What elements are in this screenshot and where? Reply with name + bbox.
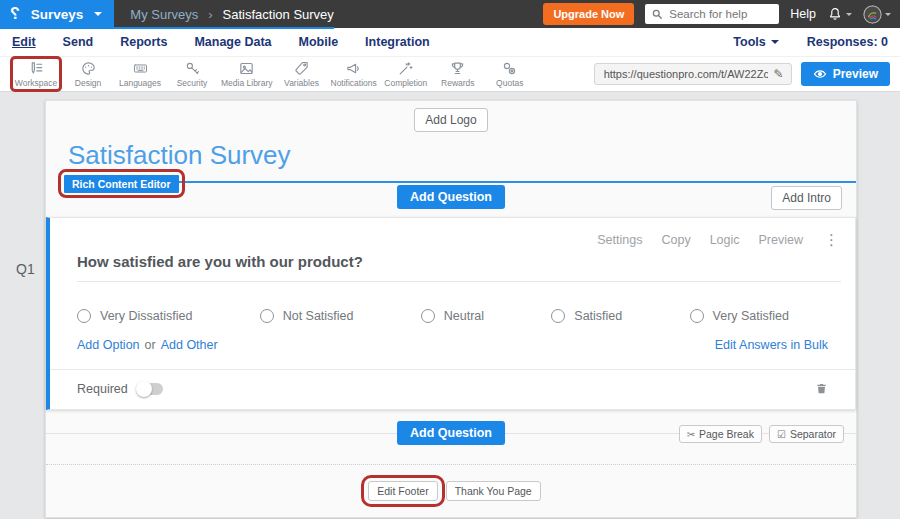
- toolbar-item-media-library[interactable]: Media Library: [218, 60, 276, 88]
- question-logic-link[interactable]: Logic: [710, 233, 740, 247]
- radio-button-icon[interactable]: [77, 309, 91, 323]
- chain-links-icon: [501, 60, 518, 77]
- required-toggle[interactable]: [137, 383, 163, 395]
- toolbar-label: Security: [177, 78, 208, 88]
- help-search-box[interactable]: [645, 4, 779, 24]
- avatar: [863, 5, 882, 24]
- breadcrumb-current-survey: Satisfaction Survey: [223, 7, 334, 22]
- question-menu: Settings Copy Logic Preview ⋮: [50, 218, 855, 249]
- separator-button[interactable]: ☑ Separator: [769, 425, 844, 443]
- question-preview-link[interactable]: Preview: [759, 233, 803, 247]
- toolbar-item-quotas[interactable]: Quotas: [484, 60, 536, 88]
- chevron-down-icon: [94, 12, 102, 16]
- rich-content-editor-badge[interactable]: Rich Content Editor: [64, 175, 179, 193]
- option-label[interactable]: Very Dissatisfied: [100, 309, 192, 323]
- keyboard-icon: [132, 60, 149, 77]
- question-footer: Required: [50, 369, 855, 409]
- survey-title[interactable]: Satisfaction Survey: [68, 140, 856, 183]
- product-switcher[interactable]: ? Surveys: [0, 0, 114, 28]
- question-text[interactable]: How satisfied are you with our product?: [77, 253, 841, 282]
- answer-option: Very Dissatisfied: [77, 309, 192, 323]
- search-input[interactable]: [667, 7, 773, 21]
- question-settings-link[interactable]: Settings: [597, 233, 642, 247]
- toolbar-item-rewards[interactable]: Rewards: [432, 60, 484, 88]
- topbar-right-cluster: Upgrade Now Help: [543, 3, 900, 25]
- add-logo-button[interactable]: Add Logo: [414, 108, 487, 132]
- account-menu[interactable]: [863, 5, 891, 24]
- bell-icon: [827, 6, 843, 22]
- toolbar-label: Completion: [384, 78, 427, 88]
- toolbar-item-notifications[interactable]: Notifications: [328, 60, 380, 88]
- answer-option: Not Satisfied: [260, 309, 354, 323]
- radio-button-icon[interactable]: [260, 309, 274, 323]
- tag-icon: [293, 60, 310, 77]
- question-card: Settings Copy Logic Preview ⋮ How satisf…: [46, 217, 856, 410]
- tools-menu[interactable]: Tools: [733, 35, 778, 49]
- chevron-down-icon: [885, 13, 891, 16]
- edit-answers-in-bulk-link[interactable]: Edit Answers in Bulk: [715, 338, 828, 352]
- preview-button[interactable]: Preview: [801, 62, 890, 86]
- toolbar-item-variables[interactable]: Variables: [276, 60, 328, 88]
- breadcrumb-my-surveys[interactable]: My Surveys: [130, 7, 198, 22]
- preview-label: Preview: [833, 67, 878, 81]
- add-option-link[interactable]: Add Option: [77, 338, 140, 352]
- required-label: Required: [77, 382, 128, 396]
- toolbar-label: Languages: [119, 78, 161, 88]
- add-question-button-bottom[interactable]: Add Question: [397, 421, 505, 445]
- upgrade-now-button[interactable]: Upgrade Now: [543, 3, 634, 25]
- toolbar-label: Variables: [284, 78, 319, 88]
- key-icon: [184, 60, 201, 77]
- page-controls: ✂ Page Break ☑ Separator: [679, 425, 844, 443]
- toolbar-item-design[interactable]: Design: [62, 60, 114, 88]
- radio-button-icon[interactable]: [551, 309, 565, 323]
- radio-button-icon[interactable]: [690, 309, 704, 323]
- or-text: or: [145, 338, 156, 352]
- tab-mobile[interactable]: Mobile: [299, 35, 339, 49]
- survey-footer-row: Edit Footer Thank You Page: [46, 475, 856, 507]
- toolbar-label: Design: [75, 78, 101, 88]
- survey-editor-panel: Add Logo Satisfaction Survey Rich Conten…: [45, 100, 857, 518]
- page-break-button[interactable]: ✂ Page Break: [679, 425, 762, 443]
- question-number: Q1: [16, 261, 35, 277]
- notifications-bell-menu[interactable]: [827, 6, 852, 22]
- toolbar-label: Media Library: [221, 78, 273, 88]
- option-label[interactable]: Neutral: [444, 309, 484, 323]
- kebab-menu-icon[interactable]: ⋮: [824, 231, 839, 249]
- share-cluster: ✎ Preview: [594, 62, 890, 86]
- trash-icon: [815, 381, 828, 396]
- chevron-down-icon: [846, 13, 852, 16]
- thank-you-page-button[interactable]: Thank You Page: [446, 481, 541, 501]
- toolbar-item-security[interactable]: Security: [166, 60, 218, 88]
- responses-count[interactable]: Responses: 0: [807, 35, 888, 49]
- magic-wand-icon: [397, 60, 414, 77]
- survey-url-input[interactable]: [602, 67, 770, 81]
- survey-url-field[interactable]: ✎: [594, 63, 792, 85]
- tab-integration[interactable]: Integration: [365, 35, 430, 49]
- option-label[interactable]: Not Satisfied: [283, 309, 354, 323]
- toolbar-item-languages[interactable]: Languages: [114, 60, 166, 88]
- add-question-button-top[interactable]: Add Question: [397, 185, 505, 209]
- tools-label: Tools: [733, 35, 765, 49]
- tab-send[interactable]: Send: [63, 35, 94, 49]
- add-other-link[interactable]: Add Other: [161, 338, 218, 352]
- tab-manage-data[interactable]: Manage Data: [194, 35, 271, 49]
- add-intro-button[interactable]: Add Intro: [771, 186, 842, 210]
- option-label[interactable]: Very Satisfied: [713, 309, 789, 323]
- toolbar-item-workspace[interactable]: Workspace: [10, 60, 62, 88]
- toolbar-item-completion[interactable]: Completion: [380, 60, 432, 88]
- help-link[interactable]: Help: [790, 7, 816, 21]
- edit-url-pencil-icon[interactable]: ✎: [774, 67, 784, 81]
- breadcrumb-separator: ›: [208, 7, 212, 22]
- question-copy-link[interactable]: Copy: [661, 233, 690, 247]
- survey-nav-tabs: Edit Send Reports Manage Data Mobile Int…: [0, 28, 900, 57]
- radio-button-icon[interactable]: [421, 309, 435, 323]
- option-label[interactable]: Satisfied: [574, 309, 622, 323]
- tab-edit[interactable]: Edit: [12, 35, 36, 49]
- delete-question-button[interactable]: [815, 381, 828, 396]
- toggle-knob: [136, 381, 152, 397]
- tab-reports[interactable]: Reports: [120, 35, 167, 49]
- search-icon: [651, 8, 663, 20]
- edit-footer-button[interactable]: Edit Footer: [368, 481, 437, 501]
- annotation-box-rich-content-editor: Rich Content Editor: [58, 169, 185, 198]
- toolbar-label: Quotas: [496, 78, 523, 88]
